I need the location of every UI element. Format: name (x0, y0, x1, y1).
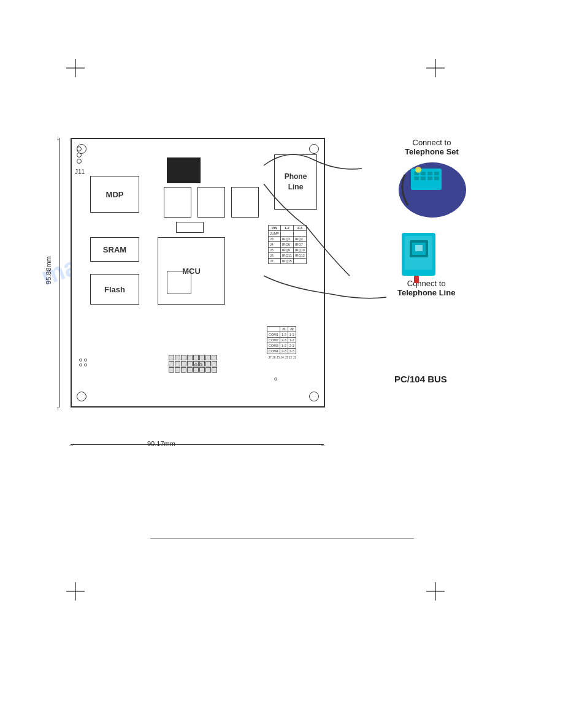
h-dim-arrow-right: ← (320, 441, 326, 448)
coil-1 (164, 187, 191, 218)
telephone-set-icon (393, 156, 472, 224)
pin (199, 355, 205, 360)
com-table-container: J1 J2 COM11-21-2 COM22-31-2 COM31-22-3 C… (267, 326, 296, 359)
pin (187, 367, 193, 373)
pin (181, 355, 186, 360)
j11-pin-2 (77, 153, 82, 157)
svg-rect-15 (415, 245, 423, 251)
crosshair-top-left (66, 59, 85, 77)
pin (181, 361, 186, 366)
pin (187, 361, 193, 366)
phone-line-text1: Phone (285, 172, 307, 182)
mount-hole-tr (309, 144, 319, 154)
crosshair-bottom-left (66, 582, 85, 601)
j-labels: J7 J6 J5 J4 J3 J2 J1 (267, 355, 296, 359)
pc104-bus-label: PC/104 BUS (394, 374, 447, 384)
jumper-table-container: PIN 1-2 2-3 JUMP J3IRQ3IRQ4 J4IRQ6IRQ7 J… (268, 225, 307, 264)
h-dim-arrow-left: → (68, 441, 74, 448)
telephone-line-label: Telephone Line (397, 288, 455, 297)
v-dim-line (59, 138, 60, 408)
pin (169, 355, 174, 360)
svg-rect-16 (414, 276, 419, 283)
svg-rect-6 (414, 176, 419, 180)
sram-component: SRAM (90, 237, 139, 262)
pin (175, 367, 180, 373)
j11-label: J11 (75, 169, 85, 175)
j11-connector (77, 146, 82, 164)
bottom-right-marks (274, 377, 277, 381)
h-dim-line (71, 444, 324, 445)
connect-to-telephone-set-label: Connect to Telephone Set (405, 138, 459, 156)
j11-pin-1 (77, 146, 82, 151)
v-dimension-label: 95.88mm (45, 256, 52, 284)
pin (181, 367, 186, 373)
mount-hole-br (309, 392, 319, 401)
svg-point-10 (415, 167, 421, 173)
pin (175, 361, 180, 366)
h-dimension-label: 90.17mm (147, 440, 175, 447)
crosshair-top-right (426, 59, 445, 77)
bottom-left-marks (79, 358, 87, 366)
svg-rect-3 (421, 172, 426, 175)
svg-rect-5 (434, 172, 439, 175)
mdp-component: MDP (90, 176, 139, 213)
pin (169, 367, 174, 373)
black-chip (167, 157, 201, 183)
svg-rect-8 (427, 176, 432, 180)
bottom-mid-marks (194, 363, 202, 368)
svg-rect-9 (434, 176, 439, 180)
pin (205, 361, 211, 366)
telephone-set-label: Telephone Set (405, 147, 459, 156)
pin (187, 355, 193, 360)
pin (205, 355, 211, 360)
mcu-sub-component (167, 271, 191, 294)
board-outline: J11 MDP SRAM Flash MCU Phone Line PIN 1-… (71, 138, 325, 408)
small-coil (176, 222, 204, 233)
mount-hole-bl (77, 392, 86, 401)
flash-component: Flash (90, 274, 139, 305)
pin (212, 361, 217, 366)
pin (169, 361, 174, 366)
jumper-table: PIN 1-2 2-3 JUMP J3IRQ3IRQ4 J4IRQ6IRQ7 J… (268, 225, 307, 264)
v-dim-arrow-bottom: ↑ (56, 405, 59, 412)
telephone-line-icon (393, 227, 448, 288)
pin (193, 355, 199, 360)
connector-pins-row (169, 355, 217, 373)
connect-to-label-1: Connect to (405, 138, 459, 147)
svg-rect-7 (421, 176, 426, 180)
j11-pin-3 (77, 159, 82, 164)
svg-rect-4 (427, 172, 432, 175)
coil-2 (197, 187, 225, 218)
com-table: J1 J2 COM11-21-2 COM22-31-2 COM31-22-3 C… (267, 326, 296, 354)
bottom-separator-line (150, 538, 414, 539)
phone-line-text2: Line (288, 182, 304, 192)
v-dim-arrow-top: ↓ (56, 135, 59, 142)
phone-line-connector: Phone Line (274, 154, 317, 210)
pin (205, 367, 211, 373)
pin (212, 355, 217, 360)
pin (175, 355, 180, 360)
coil-3 (231, 187, 259, 218)
pin (212, 367, 217, 373)
crosshair-bottom-right (426, 582, 445, 601)
